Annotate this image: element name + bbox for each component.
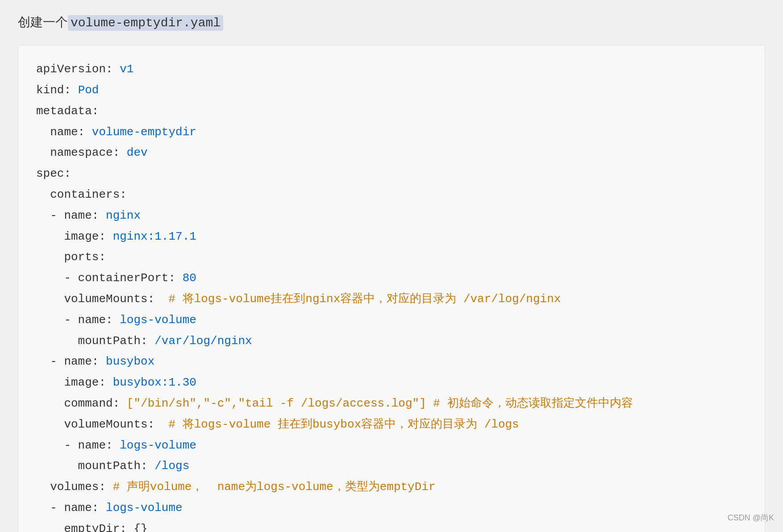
code-key: - name:	[36, 439, 120, 452]
code-block: apiVersion: v1 kind: Pod metadata: name:…	[18, 45, 765, 532]
code-key: metadata:	[36, 104, 99, 118]
code-value: Pod	[78, 83, 99, 97]
code-key: mountPath:	[36, 459, 154, 473]
page-container: 创建一个volume-emptydir.yaml apiVersion: v1 …	[0, 0, 783, 532]
code-key: image:	[36, 230, 113, 243]
code-key: name:	[36, 125, 92, 139]
code-line-2: kind: Pod	[36, 80, 747, 101]
code-line-8: - name: nginx	[36, 205, 747, 226]
code-value: v1	[120, 62, 133, 76]
code-key: containers:	[36, 188, 127, 201]
code-comment: # 声明volume， name为logs-volume，类型为emptyDir	[113, 480, 436, 494]
code-key: namespace:	[36, 146, 127, 159]
code-key: kind:	[36, 83, 78, 97]
code-line-9: image: nginx:1.17.1	[36, 226, 747, 247]
watermark: CSDN @尚K	[728, 512, 774, 523]
code-comment: # 将logs-volume挂在到nginx容器中，对应的目录为 /var/lo…	[168, 292, 561, 306]
code-key: image:	[36, 376, 113, 389]
code-line-15: - name: busybox	[36, 351, 747, 372]
title-prefix: 创建一个	[18, 15, 68, 29]
code-value: /var/log/nginx	[154, 334, 252, 348]
code-value: {}	[133, 522, 147, 532]
code-line-4: name: volume-emptydir	[36, 122, 747, 143]
title-highlight: volume-emptydir.yaml	[68, 15, 223, 31]
page-title: 创建一个volume-emptydir.yaml	[18, 13, 765, 32]
code-line-23: emptyDir: {}	[36, 519, 747, 532]
code-line-5: namespace: dev	[36, 142, 747, 163]
code-key: volumeMounts:	[36, 418, 168, 431]
code-key: - name:	[36, 501, 106, 515]
code-value: volume-emptydir	[92, 125, 196, 139]
code-line-21: volumes: # 声明volume， name为logs-volume，类型…	[36, 477, 747, 498]
code-key: - containerPort:	[36, 271, 183, 285]
code-line-10: ports:	[36, 247, 747, 268]
code-value: logs-volume	[106, 501, 183, 515]
code-value: busybox	[106, 355, 154, 368]
code-value: busybox:1.30	[113, 376, 196, 389]
code-line-3: metadata:	[36, 101, 747, 122]
code-key: volumes:	[36, 480, 113, 494]
code-line-22: - name: logs-volume	[36, 498, 747, 519]
code-value: nginx	[106, 209, 141, 222]
code-key: emptyDir:	[36, 522, 133, 532]
code-line-18: volumeMounts: # 将logs-volume 挂在到busybox容…	[36, 414, 747, 435]
code-line-17: command: ["/bin/sh","-c","tail -f /logs/…	[36, 393, 747, 414]
code-line-7: containers:	[36, 184, 747, 205]
code-value: logs-volume	[120, 313, 196, 327]
code-key: - name:	[36, 355, 106, 368]
code-line-20: mountPath: /logs	[36, 456, 747, 477]
code-key: mountPath:	[36, 334, 154, 348]
code-value: logs-volume	[120, 439, 196, 452]
code-key: volumeMounts:	[36, 292, 168, 306]
code-line-14: mountPath: /var/log/nginx	[36, 331, 747, 352]
code-key: ports:	[36, 250, 106, 264]
code-key: command:	[36, 397, 127, 410]
code-line-12: volumeMounts: # 将logs-volume挂在到nginx容器中，…	[36, 289, 747, 310]
code-line-16: image: busybox:1.30	[36, 372, 747, 393]
code-value: nginx:1.17.1	[113, 230, 196, 243]
code-line-11: - containerPort: 80	[36, 268, 747, 289]
code-key: apiVersion:	[36, 62, 120, 76]
code-key: - name:	[36, 313, 120, 327]
code-comment: # 将logs-volume 挂在到busybox容器中，对应的目录为 /log…	[168, 418, 519, 431]
code-comment: # 初始命令，动态读取指定文件中内容	[426, 397, 633, 410]
code-key: spec:	[36, 167, 71, 180]
code-line-1: apiVersion: v1	[36, 59, 747, 80]
code-line-6: spec:	[36, 163, 747, 184]
code-line-13: - name: logs-volume	[36, 310, 747, 331]
code-value: 80	[183, 271, 196, 285]
code-value: /logs	[154, 459, 189, 473]
code-key: - name:	[36, 209, 106, 222]
code-line-19: - name: logs-volume	[36, 435, 747, 456]
code-value: dev	[127, 146, 148, 159]
code-string: ["/bin/sh","-c","tail -f /logs/access.lo…	[127, 397, 426, 410]
